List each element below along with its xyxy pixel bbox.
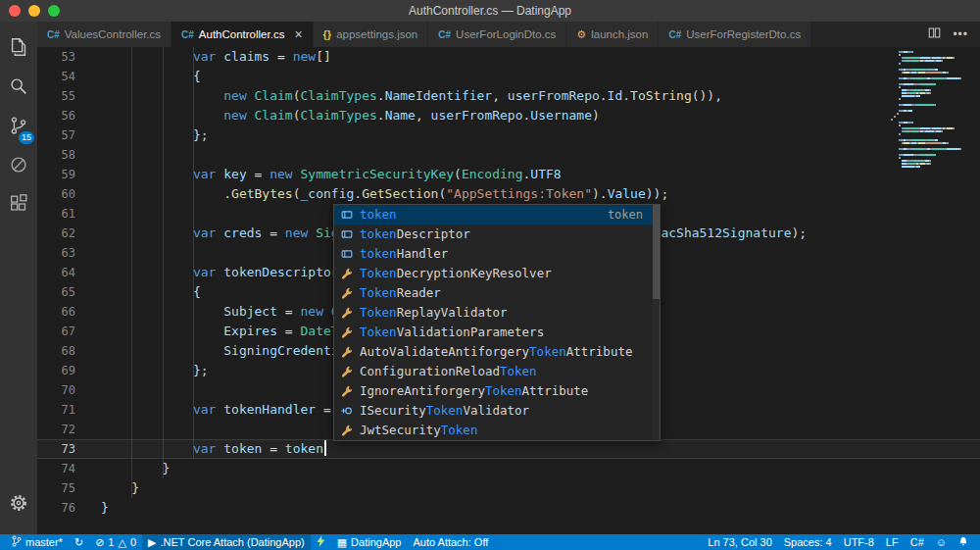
notifications-status[interactable]: [953, 534, 974, 550]
minimap-line: [891, 83, 976, 85]
window-title: AuthController.cs — DatingApp: [409, 4, 571, 18]
suggest-item[interactable]: ISecurityTokenValidator: [334, 401, 660, 421]
suggest-item[interactable]: tokenDescriptor: [334, 225, 660, 244]
tab-label: UserForLoginDto.cs: [456, 28, 556, 40]
language-mode-status[interactable]: C#: [905, 534, 930, 550]
feedback-status[interactable]: ☺: [930, 534, 953, 550]
activity-bar-item-extensions[interactable]: [0, 186, 37, 225]
problems-status[interactable]: ⊘1△0: [89, 534, 142, 550]
tab-UserForRegisterDto.cs[interactable]: C#UserForRegisterDto.cs: [659, 22, 811, 47]
minimap-line: [891, 69, 976, 71]
minimize-window-button[interactable]: [28, 5, 40, 17]
minimap-line: [891, 142, 976, 144]
code-line[interactable]: 74 }: [37, 459, 980, 478]
zoom-window-button[interactable]: [48, 5, 60, 17]
line-number: 72: [37, 420, 101, 439]
suggest-item[interactable]: tokentoken: [334, 205, 660, 225]
activity-bar-item-source-control[interactable]: 15: [0, 108, 37, 147]
tab-label: launch.json: [591, 28, 648, 40]
minimap[interactable]: [887, 47, 980, 534]
symbol-interface-icon: [339, 403, 355, 419]
code-line[interactable]: 58: [37, 145, 980, 165]
activity-bar-item-search[interactable]: [0, 69, 37, 108]
symbol-property-icon: [339, 383, 355, 399]
tab-label: UserForRegisterDto.cs: [686, 28, 801, 40]
tab-UserForLoginDto.cs[interactable]: C#UserForLoginDto.cs: [428, 22, 566, 47]
tab-launch.json[interactable]: ⚙launch.json: [566, 22, 659, 47]
encoding-status[interactable]: UTF-8: [838, 534, 880, 550]
minimap-line: [891, 51, 976, 53]
line-number: 54: [37, 67, 101, 86]
auto-attach-status[interactable]: Auto Attach: Off: [407, 534, 494, 550]
code-line[interactable]: 53 var claims = new[]: [37, 47, 980, 67]
suggest-scrollbar-thumb[interactable]: [653, 205, 660, 299]
suggest-item[interactable]: IgnoreAntiforgeryTokenAttribute: [334, 381, 660, 401]
bell-icon: [958, 536, 968, 549]
suggest-item[interactable]: TokenDecryptionKeyResolver: [334, 264, 660, 283]
close-window-button[interactable]: [9, 5, 21, 17]
gear-icon: [9, 493, 28, 517]
suggest-item[interactable]: JwtSecurityToken: [334, 421, 660, 440]
suggest-item[interactable]: AutoValidateAntiforgeryTokenAttribute: [334, 342, 660, 362]
indentation-status[interactable]: Spaces: 4: [778, 534, 838, 550]
code-line[interactable]: 73 var token = token: [37, 439, 980, 459]
symbol-property-icon: [339, 325, 355, 340]
code-line[interactable]: 55 new Claim(ClaimTypes.NameIdentifier, …: [37, 86, 980, 106]
cursor-position-status[interactable]: Ln 73, Col 30: [702, 534, 777, 550]
suggest-item[interactable]: ConfigurationReloadToken: [334, 362, 660, 381]
minimap-line: [891, 107, 976, 109]
line-number: 66: [37, 302, 101, 322]
errors-icon: ⊘: [95, 537, 104, 548]
file-type-gear-icon: ⚙: [576, 28, 586, 41]
minimap-line: [891, 57, 976, 59]
project-status[interactable]: ▦DatingApp: [331, 534, 408, 550]
suggest-item[interactable]: tokenHandler: [334, 244, 660, 264]
auto-attach-bolt-status[interactable]: [311, 534, 331, 550]
minimap-line: [891, 130, 976, 132]
suggest-item[interactable]: TokenReplayValidator: [334, 303, 660, 323]
line-number: 62: [37, 224, 101, 243]
extensions-icon: [8, 193, 29, 219]
minimap-line: [891, 148, 976, 150]
code-line[interactable]: 76}: [37, 498, 980, 518]
minimap-line: [891, 72, 976, 74]
tab-label: ValuesController.cs: [65, 28, 161, 40]
suggest-item[interactable]: TokenValidationParameters: [334, 323, 660, 342]
code-line[interactable]: 59 var key = new SymmetricSecurityKey(En…: [37, 165, 980, 184]
debug-target-status[interactable]: ▶.NET Core Attach (DatingApp): [142, 534, 311, 550]
split-editor-icon[interactable]: [928, 25, 941, 43]
code-editor[interactable]: 53 var claims = new[]54 {55 new Claim(Cl…: [37, 47, 980, 534]
code-line[interactable]: 75 }: [37, 478, 980, 498]
line-number: 53: [37, 47, 101, 67]
sync-status[interactable]: ↻: [69, 534, 89, 550]
activity-bar-item-explorer[interactable]: [0, 29, 37, 69]
tab-appsettings.json[interactable]: {}appsettings.json: [314, 22, 429, 47]
code-line[interactable]: 54 {: [37, 67, 980, 86]
minimap-line: [891, 122, 976, 124]
suggest-item[interactable]: TokenReader: [334, 283, 660, 303]
suggest-scrollbar[interactable]: [653, 205, 660, 440]
suggest-item-label: TokenReplayValidator: [360, 303, 508, 323]
activity-bar-item-settings[interactable]: [0, 485, 37, 525]
warnings-icon: △: [118, 537, 125, 548]
tab-AuthController.cs[interactable]: C#AuthController.cs×: [172, 22, 314, 47]
line-number: 57: [37, 125, 101, 145]
tab-close-icon[interactable]: ×: [294, 27, 302, 41]
code-line[interactable]: 56 new Claim(ClaimTypes.Name, userFromRe…: [37, 106, 980, 125]
more-actions-icon[interactable]: •••: [953, 27, 968, 41]
line-number: 68: [37, 341, 101, 361]
tab-ValuesController.cs[interactable]: C#ValuesController.cs: [37, 22, 172, 47]
suggest-item-label: JwtSecurityToken: [360, 421, 477, 440]
activity-bar-item-debug[interactable]: [0, 147, 37, 186]
tab-label: appsettings.json: [336, 28, 417, 40]
git-branch-status[interactable]: master*: [6, 534, 69, 550]
code-line[interactable]: 60 .GetBytes(_config.GetSection("AppSett…: [37, 184, 980, 204]
eol-status[interactable]: LF: [880, 534, 905, 550]
tab-label: AuthController.cs: [199, 28, 285, 40]
suggest-item-label: AutoValidateAntiforgeryTokenAttribute: [360, 342, 632, 362]
vscode-window: AuthController.cs — DatingApp 15 C#Value…: [0, 0, 980, 550]
minimap-line: [891, 75, 976, 76]
code-line[interactable]: 57 };: [37, 125, 980, 145]
suggest-item-label: ISecurityTokenValidator: [360, 401, 529, 421]
smiley-icon: ☺: [936, 536, 947, 548]
